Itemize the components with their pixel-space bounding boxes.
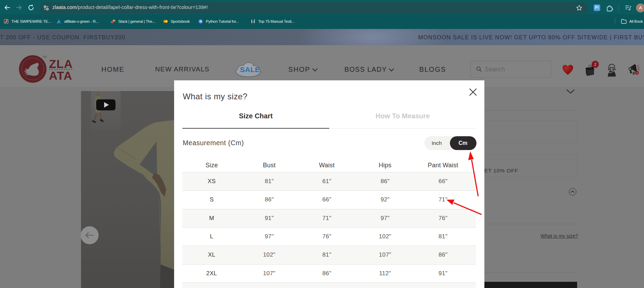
svg-text:TM: TM: [42, 55, 47, 59]
svg-text:ATA: ATA: [49, 69, 72, 82]
svg-text:ZLA: ZLA: [49, 57, 73, 70]
svg-text:%: %: [636, 71, 638, 75]
